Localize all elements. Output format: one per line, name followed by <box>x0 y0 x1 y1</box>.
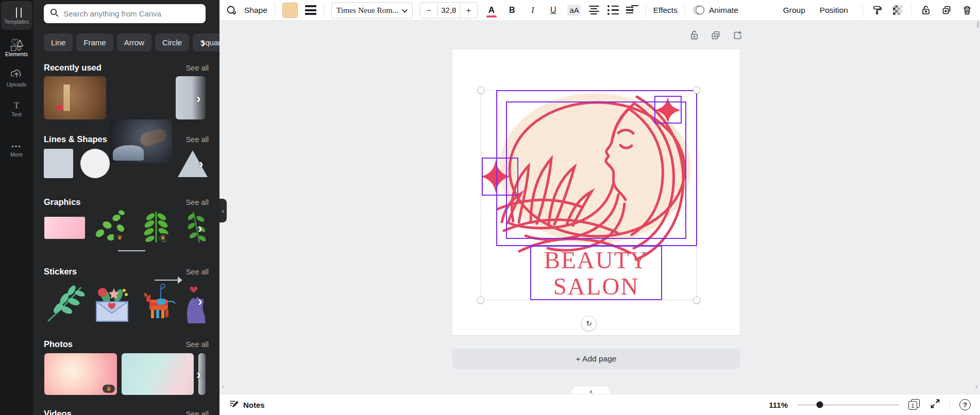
chip-square[interactable]: Square <box>193 33 219 51</box>
elements-icon: ♡△□○ <box>11 38 22 49</box>
help-button[interactable]: ? <box>959 399 971 410</box>
bold-button[interactable]: B <box>505 6 519 15</box>
shape-filter-chips: Line Frame Arrow Circle Square <box>44 33 214 51</box>
position-button[interactable]: Position <box>820 6 848 15</box>
see-all-recently-used[interactable]: See all <box>186 64 209 72</box>
bulleted-list-icon[interactable] <box>607 5 619 15</box>
zoom-slider[interactable] <box>797 404 899 406</box>
sidebar-item-elements[interactable]: ♡△□○ Elements <box>0 32 33 63</box>
sticker-pinata-thumb[interactable] <box>139 281 178 325</box>
fullscreen-icon[interactable] <box>930 399 940 411</box>
sticker-leafy-branch-thumb[interactable] <box>44 281 85 325</box>
resize-handle-bottom-right[interactable] <box>693 297 700 304</box>
duplicate-page-icon[interactable] <box>711 30 721 43</box>
divider <box>950 399 950 411</box>
stickers-scroll-chevron-icon[interactable]: › <box>198 295 202 308</box>
hscroll-left-chevron-icon[interactable]: ‹ <box>222 383 224 390</box>
see-all-videos[interactable]: See all <box>186 410 209 415</box>
graphic-fern-branch-thumb[interactable]: ♛ <box>141 210 171 244</box>
text-align-icon[interactable] <box>588 6 600 15</box>
notes-button[interactable]: Notes <box>229 399 265 410</box>
page-lock-icon[interactable] <box>689 30 699 43</box>
underline-button[interactable]: U <box>547 6 560 15</box>
canvas-area[interactable]: ‹ <box>219 21 980 394</box>
pages-view-button[interactable]: 1 <box>908 399 921 410</box>
graphics-scroll-chevron-icon[interactable]: › <box>198 221 202 235</box>
see-all-stickers[interactable]: See all <box>186 268 209 276</box>
chip-circle[interactable]: Circle <box>155 33 189 51</box>
transparency-icon[interactable] <box>891 4 904 17</box>
add-page-corner-icon[interactable] <box>732 30 742 43</box>
section-stickers-header: Stickers See all <box>44 267 209 276</box>
search-bar[interactable] <box>44 4 206 23</box>
add-page-button[interactable]: + Add page <box>452 349 740 369</box>
graphic-pink-gradient-thumb[interactable] <box>44 217 85 239</box>
resize-handle-bottom-left[interactable] <box>477 297 484 304</box>
lock-icon[interactable] <box>919 4 933 17</box>
font-family-selector[interactable]: Times Neue Rom... <box>331 2 413 19</box>
text-color-button[interactable]: A <box>485 5 498 15</box>
effects-button[interactable]: Effects <box>653 6 678 15</box>
see-all-photos[interactable]: See all <box>186 340 209 349</box>
divider <box>324 4 324 16</box>
sidebar-item-uploads[interactable]: Uploads <box>0 63 33 94</box>
divider <box>646 4 646 16</box>
font-size-increase-button[interactable]: + <box>460 3 477 18</box>
text-color-indicator <box>486 15 497 18</box>
chip-arrow[interactable]: Arrow <box>117 33 151 51</box>
fill-color-swatch[interactable] <box>282 3 298 18</box>
see-all-graphics[interactable]: See all <box>186 198 209 206</box>
search-input[interactable] <box>63 9 199 18</box>
sidebar-item-templates[interactable]: Templates <box>0 1 33 32</box>
thumb-photo-gray-gradient[interactable] <box>176 76 206 119</box>
delete-trash-icon[interactable] <box>960 4 974 17</box>
text-case-button[interactable]: aA <box>567 5 581 16</box>
animate-button[interactable]: Animate <box>692 5 738 15</box>
expand-bottom-panel-tab[interactable]: ∧ <box>572 387 610 394</box>
text-tool-icon: T <box>14 101 19 110</box>
italic-button[interactable]: I <box>526 6 539 15</box>
chevron-down-icon <box>402 6 408 15</box>
group-button[interactable]: Group <box>783 6 805 15</box>
graphic-scattered-leaves-thumb[interactable]: ♛ <box>92 210 128 244</box>
thumb-photo-love-blocks[interactable] <box>44 76 106 119</box>
hscroll-right-chevron-icon[interactable]: › <box>975 383 977 390</box>
resize-handle-top-left[interactable] <box>477 87 484 94</box>
resize-handle-top-right[interactable] <box>693 87 700 94</box>
see-all-lines-shapes[interactable]: See all <box>186 135 209 144</box>
divider <box>685 4 685 16</box>
duplicate-icon[interactable] <box>940 4 953 17</box>
shape-circle-thumb[interactable] <box>80 149 110 178</box>
sidebar-item-more[interactable]: ••• More <box>0 135 33 166</box>
line-spacing-icon[interactable]: ↕ <box>626 7 638 14</box>
photo-teal-gradient-thumb[interactable] <box>122 353 194 395</box>
font-size-stepper: − 32,8 + <box>420 2 478 19</box>
graphic-branch-partial-thumb[interactable] <box>188 210 206 244</box>
shape-label[interactable]: Shape <box>244 6 267 15</box>
chips-scroll-chevron-icon[interactable]: › <box>201 36 206 49</box>
divider <box>863 4 863 16</box>
vertical-scrollbar[interactable] <box>977 22 979 28</box>
shapes-scroll-chevron-icon[interactable]: › <box>199 157 204 170</box>
section-videos-header: Videos See all <box>44 409 209 415</box>
sidebar-item-text[interactable]: T Text <box>0 94 33 125</box>
photo-pink-gradient-thumb[interactable]: ♛ <box>44 353 117 395</box>
design-page[interactable]: BEAUTY SALON ↻ <box>452 49 740 335</box>
chip-line[interactable]: Line <box>44 33 73 51</box>
sticker-envelope-flowers-thumb[interactable] <box>90 281 134 325</box>
font-size-value[interactable]: 32,8 <box>437 3 460 18</box>
panel-collapse-handle[interactable]: ‹ <box>219 199 227 222</box>
zoom-slider-knob[interactable] <box>816 402 823 408</box>
editor-toolbar: Shape Times Neue Rom... − 32,8 + A B I U… <box>219 0 980 21</box>
rotate-handle[interactable]: ↻ <box>581 316 597 331</box>
shape-square-thumb[interactable] <box>44 149 73 178</box>
divider <box>275 4 275 16</box>
recently-used-scroll-chevron-icon[interactable]: › <box>196 92 201 105</box>
shape-tool-icon[interactable] <box>226 5 237 16</box>
chip-frame[interactable]: Frame <box>76 33 113 51</box>
border-style-icon[interactable] <box>305 5 316 15</box>
copy-style-roller-icon[interactable] <box>870 4 884 17</box>
elements-panel: Line Frame Arrow Circle Square › Recentl… <box>33 0 219 415</box>
photos-scroll-chevron-icon[interactable]: › <box>196 368 201 381</box>
font-size-decrease-button[interactable]: − <box>420 3 437 18</box>
